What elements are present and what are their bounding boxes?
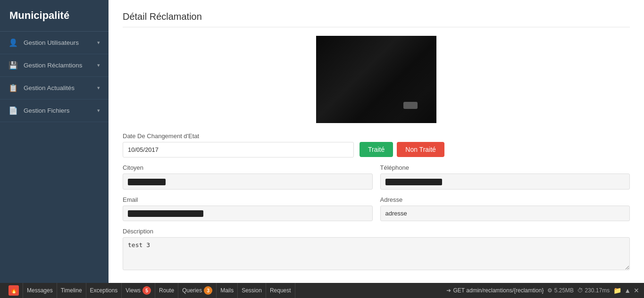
debug-action-icons: 📁 ▲ ✕ (613, 287, 639, 294)
folder-icon[interactable]: 📁 (613, 287, 621, 294)
page-title: Détail Réclamation (123, 11, 630, 27)
debug-request[interactable]: Request (266, 283, 295, 298)
debug-bar: 🔥 Messages Timeline Exceptions Views 5 R… (0, 283, 644, 298)
citoyen-group: Citoyen (123, 164, 373, 190)
sidebar-nav: 👤 Gestion Utilisateurs ▾ 💾 Gestion Récla… (0, 32, 109, 283)
views-badge: 5 (142, 286, 151, 295)
sidebar: Municipalité 👤 Gestion Utilisateurs ▾ 💾 … (0, 0, 109, 283)
date-group: Date De Changement d'Etat (123, 132, 354, 157)
fire-icon: 🔥 (8, 285, 19, 296)
description-group: Déscription (123, 228, 630, 270)
debug-timeline[interactable]: Timeline (57, 283, 86, 298)
debug-views[interactable]: Views 5 (122, 283, 155, 298)
exceptions-label: Exceptions (90, 287, 118, 294)
citoyen-telephone-row: Citoyen Téléphone (123, 164, 630, 190)
sidebar-title: Municipalité (0, 0, 109, 32)
telephone-label: Téléphone (380, 164, 630, 171)
telephone-redacted (385, 179, 442, 185)
save-icon: 💾 (8, 61, 18, 70)
adresse-label: Adresse (380, 196, 630, 203)
up-icon[interactable]: ▲ (624, 287, 631, 294)
debug-exceptions[interactable]: Exceptions (86, 283, 122, 298)
debug-mails[interactable]: Mails (217, 283, 238, 298)
email-redacted (128, 210, 203, 217)
chevron-down-icon-4: ▾ (97, 108, 100, 114)
adresse-input[interactable] (380, 206, 630, 221)
claim-image-inner (316, 36, 436, 123)
sidebar-item-gestion-actualites[interactable]: 📋 Gestion Actualités ▾ (0, 77, 109, 99)
date-row: Date De Changement d'Etat Traité Non Tra… (123, 132, 630, 157)
queries-badge: 3 (204, 286, 212, 295)
debug-route-info: ➜ GET admin/reclamtions/{reclamtion} (446, 287, 544, 294)
image-container (123, 36, 630, 123)
debug-bar-left: 🔥 Messages Timeline Exceptions Views 5 R… (5, 283, 446, 298)
arrow-icon: ➜ (446, 287, 451, 294)
debug-route[interactable]: Route (155, 283, 178, 298)
close-icon[interactable]: ✕ (634, 287, 639, 294)
citoyen-redacted (128, 179, 166, 185)
citoyen-field[interactable] (123, 174, 373, 190)
chevron-down-icon-3: ▾ (97, 85, 100, 91)
adresse-group: Adresse (380, 196, 630, 221)
views-label: Views (125, 287, 141, 294)
route-text: GET admin/reclamtions/{reclamtion} (453, 287, 544, 294)
debug-queries[interactable]: Queries 3 (178, 283, 217, 298)
sidebar-label-reclamtions: Gestion Réclamtions (24, 62, 83, 69)
citoyen-label: Citoyen (123, 164, 373, 171)
news-icon: 📋 (8, 83, 18, 92)
session-label: Session (242, 287, 262, 294)
messages-label: Messages (27, 287, 53, 294)
user-icon: 👤 (8, 38, 18, 47)
route-label: Route (159, 287, 174, 294)
non-traite-button[interactable]: Non Traité (397, 142, 444, 157)
traite-button[interactable]: Traité (360, 142, 393, 157)
sidebar-item-gestion-reclamtions[interactable]: 💾 Gestion Réclamtions ▾ (0, 54, 109, 77)
debug-messages[interactable]: Messages (23, 283, 57, 298)
mails-label: Mails (220, 287, 234, 294)
action-buttons: Traité Non Traité (360, 133, 444, 157)
sidebar-label-utilisateurs: Gestion Utilisateurs (24, 39, 79, 46)
sidebar-item-gestion-fichiers[interactable]: 📄 Gestion Fichiers ▾ (0, 99, 109, 122)
telephone-group: Téléphone (380, 164, 630, 190)
telephone-field[interactable] (380, 174, 630, 190)
description-label: Déscription (123, 228, 630, 235)
content-area: Détail Réclamation Date De Changement d'… (109, 0, 644, 283)
email-field[interactable] (123, 206, 373, 222)
file-icon: 📄 (8, 106, 18, 115)
email-adresse-row: Email Adresse (123, 196, 630, 222)
queries-label: Queries (182, 287, 202, 294)
sidebar-item-gestion-utilisateurs[interactable]: 👤 Gestion Utilisateurs ▾ (0, 32, 109, 54)
image-light (403, 102, 418, 109)
chevron-down-icon-2: ▾ (97, 62, 100, 68)
date-input[interactable] (123, 142, 354, 157)
claim-image (316, 36, 436, 123)
chevron-down-icon: ▾ (97, 40, 100, 46)
main-content: Détail Réclamation Date De Changement d'… (109, 0, 644, 283)
email-group: Email (123, 196, 373, 222)
email-label: Email (123, 196, 373, 203)
request-label: Request (270, 287, 291, 294)
debug-fire-icon-container[interactable]: 🔥 (5, 283, 23, 298)
sidebar-label-fichiers: Gestion Fichiers (24, 107, 70, 114)
debug-bar-right: ➜ GET admin/reclamtions/{reclamtion} ⚙ 5… (446, 287, 639, 294)
sidebar-label-actualites: Gestion Actualités (24, 84, 75, 91)
memory-info: ⚙ 5.25MB (547, 287, 574, 294)
date-label: Date De Changement d'Etat (123, 132, 354, 140)
description-textarea[interactable] (123, 237, 630, 270)
timeline-label: Timeline (61, 287, 82, 294)
time-info: ⏱ 230.17ms (577, 287, 610, 294)
debug-session[interactable]: Session (238, 283, 266, 298)
